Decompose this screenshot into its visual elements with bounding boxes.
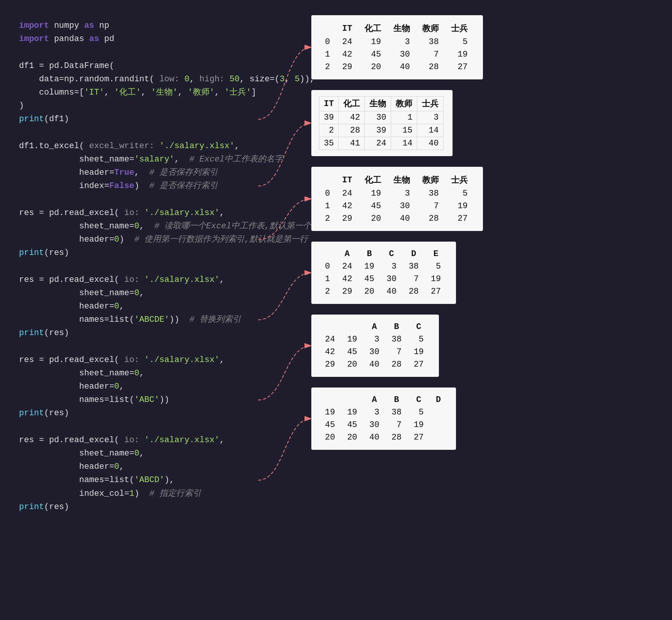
code-line: print(res) bbox=[19, 406, 258, 420]
main-container: import numpy as npimport pandas as pd df… bbox=[8, 8, 664, 525]
code-line: header=0) # 使用第一行数据作为列索引,默认就是第一行 bbox=[19, 233, 258, 246]
table-row: 2 2920402827 bbox=[319, 61, 474, 73]
col-header-soldier: 士兵 bbox=[445, 21, 474, 36]
table-row: 0 24193385 bbox=[319, 36, 474, 48]
code-line: import numpy as np bbox=[19, 19, 258, 32]
table-row: 0 24193385 bbox=[319, 260, 447, 273]
code-line: res = pd.read_excel( io: './salary.xlsx'… bbox=[19, 433, 258, 447]
table-row: 2 2920402827 bbox=[319, 212, 474, 225]
code-output: import numpy as npimport pandas as pd df… bbox=[19, 19, 258, 514]
code-line: names=list('ABCDE')) # 替换列索引 bbox=[19, 313, 258, 326]
table-row: 1 424530719 bbox=[319, 48, 474, 61]
code-line bbox=[19, 126, 258, 139]
col-header-bio: 生物 bbox=[387, 21, 416, 36]
row-idx: 1 bbox=[319, 48, 336, 61]
col-header-teacher: 教师 bbox=[416, 21, 445, 36]
code-line: header=0, bbox=[19, 380, 258, 393]
arrow-line bbox=[258, 47, 311, 119]
code-line: header=0, bbox=[19, 460, 258, 473]
code-line bbox=[19, 259, 258, 273]
code-line: res = pd.read_excel( io: './salary.xlsx'… bbox=[19, 206, 258, 220]
col-header-bio: 生物 bbox=[365, 96, 391, 111]
code-line: import pandas as pd bbox=[19, 32, 258, 46]
code-line: ) bbox=[19, 99, 258, 112]
code-line: print(df1) bbox=[19, 112, 258, 126]
outputs-panel: IT 化工 生物 教师 士兵 0 24193385 1 424530719 bbox=[266, 8, 664, 525]
code-line: index_col=1) # 指定行索引 bbox=[19, 487, 258, 500]
table-row: 228391514 bbox=[319, 124, 443, 137]
code-line: header=0, bbox=[19, 300, 258, 313]
col-header-teacher: 教师 bbox=[391, 96, 417, 111]
code-line: df1 = pd.DataFrame( bbox=[19, 59, 258, 73]
code-line: sheet_name=0, # 读取哪一个Excel中工作表,默认第一个 bbox=[19, 220, 258, 233]
table-row: 39423013 bbox=[319, 111, 443, 124]
code-line bbox=[19, 340, 258, 353]
table-row: 3541241440 bbox=[319, 137, 443, 150]
table-row: 24 19 3385 bbox=[319, 333, 430, 346]
arrow-line bbox=[258, 123, 311, 186]
col-header-soldier: 士兵 bbox=[417, 96, 443, 111]
row-idx: 0 bbox=[319, 36, 336, 48]
code-line: print(res) bbox=[19, 500, 258, 514]
table-row: 42 45 30719 bbox=[319, 346, 430, 358]
row-idx: 2 bbox=[319, 61, 336, 73]
code-line: res = pd.read_excel( io: './salary.xlsx'… bbox=[19, 353, 258, 367]
output-table-4: A B C D E 0 24193385 1 424530719 bbox=[311, 242, 456, 304]
code-line: data=np.random.randint( low: 0, high: 50… bbox=[19, 73, 258, 86]
code-line: index=False) # 是否保存行索引 bbox=[19, 179, 258, 193]
col-header-it: IT bbox=[336, 21, 358, 36]
code-line: names=list('ABCD'), bbox=[19, 473, 258, 487]
code-panel: import numpy as npimport pandas as pd df… bbox=[8, 8, 266, 525]
code-line: res = pd.read_excel( io: './salary.xlsx'… bbox=[19, 273, 258, 286]
code-line: print(res) bbox=[19, 246, 258, 259]
arrow-line bbox=[258, 199, 311, 240]
table-row: 2 2920402827 bbox=[319, 285, 447, 298]
code-line bbox=[19, 420, 258, 433]
table-row: 29 20 402827 bbox=[319, 358, 430, 371]
table-row: 1 424530719 bbox=[319, 273, 447, 285]
col-header-chem: 化工 bbox=[339, 96, 365, 111]
output-table-3: IT 化工 生物 教师 士兵 0 24193385 1 424530719 bbox=[311, 167, 483, 231]
code-line: sheet_name=0, bbox=[19, 286, 258, 300]
arrow-line bbox=[258, 419, 311, 480]
code-line: print(res) bbox=[19, 326, 258, 340]
table-row: 19 19 3385 bbox=[319, 406, 447, 419]
code-line: sheet_name='salary', # Excel中工作表的名字 bbox=[19, 153, 258, 166]
output-table-2: IT 化工 生物 教师 士兵 39423013 228391514 bbox=[311, 90, 453, 156]
code-line: names=list('ABC')) bbox=[19, 393, 258, 406]
col-header-it: IT bbox=[319, 96, 339, 111]
code-line: header=True, # 是否保存列索引 bbox=[19, 166, 258, 179]
table-row: 0 24193385 bbox=[319, 187, 474, 200]
code-line: sheet_name=0, bbox=[19, 447, 258, 460]
arrow-line bbox=[258, 346, 311, 400]
code-line: columns=['IT', '化工', '生物', '教师', '士兵'] bbox=[19, 86, 258, 99]
table-row: 1 424530719 bbox=[319, 200, 474, 212]
output-table-1: IT 化工 生物 教师 士兵 0 24193385 1 424530719 bbox=[311, 15, 483, 79]
code-line: sheet_name=0, bbox=[19, 367, 258, 380]
table-row: 45 45 30719 bbox=[319, 419, 447, 431]
code-line bbox=[19, 46, 258, 59]
output-table-6: A B C D 19 19 3385 45 45 30719 bbox=[311, 388, 456, 450]
col-header-chem: 化工 bbox=[358, 21, 387, 36]
table-row: 20 20 402827 bbox=[319, 431, 447, 444]
code-line: df1.to_excel( excel_writer: './salary.xl… bbox=[19, 139, 258, 153]
output-table-5: A B C 24 19 3385 42 45 30719 bbox=[311, 315, 439, 377]
col-header-idx bbox=[319, 21, 336, 36]
arrow-line bbox=[258, 273, 311, 320]
code-line bbox=[19, 193, 258, 206]
